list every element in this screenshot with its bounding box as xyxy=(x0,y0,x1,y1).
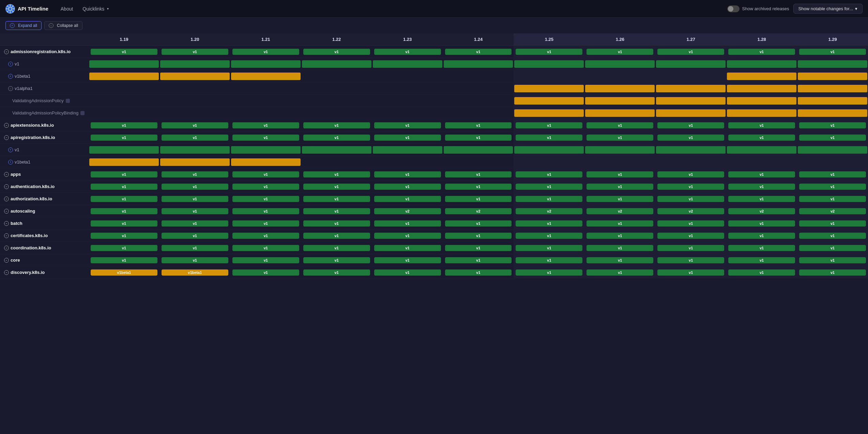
cell-batch-1-27: v1 xyxy=(655,217,726,230)
cell-apireg-1-21: v1 xyxy=(230,131,301,144)
cell-apireg-1-27: v1 xyxy=(655,131,726,144)
bar-admreg-v1-1-21 xyxy=(230,58,301,70)
sub-toggle-icon: + xyxy=(8,74,13,79)
bar-apireg-v1-1-19 xyxy=(89,144,159,156)
toggle-icon: − xyxy=(4,221,9,226)
row-validatingadmissionpolicy[interactable]: ValidatingAdmissionPolicy xyxy=(0,95,89,107)
bar-admreg-v1beta1-1-27 xyxy=(655,70,726,82)
quicklinks-dropdown[interactable]: Quicklinks ▾ xyxy=(78,4,113,14)
bar-vapb-1-28 xyxy=(726,107,797,119)
row-discovery[interactable]: − discovery.k8s.io xyxy=(0,266,89,279)
row-apps[interactable]: − apps xyxy=(0,168,89,181)
cell-apps-1-29: v1 xyxy=(797,168,868,181)
cell-batch-1-23: v1 xyxy=(372,217,443,230)
timeline-container[interactable]: 1.19 1.20 1.21 1.22 1.23 1.24 1.25 1.26 … xyxy=(0,33,868,434)
bar-admreg-v1beta1-1-25 xyxy=(514,70,584,82)
cell-admreg-1-23: v1 xyxy=(372,46,443,58)
cell-core-1-25: v1 xyxy=(514,254,584,266)
row-coordination[interactable]: − coordination.k8s.io xyxy=(0,242,89,254)
collapse-all-button[interactable]: ○ Collapse all xyxy=(44,21,82,30)
row-authorization[interactable]: − authorization.k8s.io xyxy=(0,193,89,205)
bar-vap-1-21 xyxy=(230,95,301,107)
cell-apireg-1-20: v1 xyxy=(159,131,230,144)
toggle-icon: − xyxy=(4,135,9,140)
sub-toggle-icon: + xyxy=(8,62,13,66)
expand-all-button[interactable]: + Expand all xyxy=(5,21,42,30)
row-certificates[interactable]: − certificates.k8s.io xyxy=(0,230,89,242)
about-link[interactable]: About xyxy=(57,4,77,14)
cell-batch-1-25: v1 xyxy=(514,217,584,230)
cell-apiext-1-19: v1 xyxy=(89,119,159,131)
cell-apps-1-25: v1 xyxy=(514,168,584,181)
cell-certs-1-19: v1 xyxy=(89,230,159,242)
bar-apireg-v1beta1-1-28 xyxy=(726,156,797,168)
row-batch[interactable]: − batch xyxy=(0,217,89,230)
row-admreg-v1beta1[interactable]: + v1beta1 xyxy=(0,70,89,82)
row-autoscaling[interactable]: − autoscaling xyxy=(0,205,89,217)
archived-toggle[interactable] xyxy=(727,5,740,12)
cell-coord-1-19: v1 xyxy=(89,242,159,254)
bar-apireg-v1beta1-1-20 xyxy=(159,156,230,168)
bar-apireg-v1beta1-1-26 xyxy=(584,156,655,168)
bar-apireg-v1beta1-1-22 xyxy=(301,156,372,168)
toggle-icon: − xyxy=(4,233,9,238)
bar-vap-1-26 xyxy=(584,95,655,107)
cell-apiext-1-27: v1 xyxy=(655,119,726,131)
bar-admreg-v1-1-24 xyxy=(443,58,514,70)
row-admreg-v1alpha1[interactable]: ○ v1alpha1 xyxy=(0,82,89,95)
bar-vap-1-22 xyxy=(301,95,372,107)
cell-apiext-1-28: v1 xyxy=(726,119,797,131)
cell-apps-1-19: v1 xyxy=(89,168,159,181)
row-apiextensions[interactable]: − apiextensions.k8s.io xyxy=(0,119,89,131)
cell-authz-1-19: v1 xyxy=(89,193,159,205)
row-apireg-v1beta1[interactable]: + v1beta1 xyxy=(0,156,89,168)
cell-apps-1-23: v1 xyxy=(372,168,443,181)
navbar-links: About Quicklinks ▾ xyxy=(57,4,113,14)
cell-coord-1-26: v1 xyxy=(584,242,655,254)
bar-apireg-v1beta1-1-21 xyxy=(230,156,301,168)
bar-apireg-v1-1-26 xyxy=(584,144,655,156)
row-apireg-v1[interactable]: + v1 xyxy=(0,144,89,156)
bar-admreg-v1-1-26 xyxy=(584,58,655,70)
bar-admreg-v1-1-29 xyxy=(797,58,868,70)
cell-auth-1-29: v1 xyxy=(797,181,868,193)
header-v1-19: 1.19 xyxy=(89,33,159,46)
cell-auth-1-20: v1 xyxy=(159,181,230,193)
cell-apiext-1-26: v1 xyxy=(584,119,655,131)
bar-v1alpha1-1-19 xyxy=(89,82,159,95)
cell-authz-1-28: v1 xyxy=(726,193,797,205)
notable-changes-button[interactable]: Show notable changes for... ▾ xyxy=(793,4,863,14)
toggle-icon: − xyxy=(4,270,9,275)
bar-vap-1-19 xyxy=(89,95,159,107)
cell-authz-1-22: v1 xyxy=(301,193,372,205)
cell-core-1-29: v1 xyxy=(797,254,868,266)
cell-auth-1-27: v1 xyxy=(655,181,726,193)
toggle-icon: − xyxy=(4,123,9,128)
app-title: API Timeline xyxy=(18,6,48,12)
row-core[interactable]: − core xyxy=(0,254,89,266)
row-admreg-v1[interactable]: + v1 xyxy=(0,58,89,70)
bar-admreg-v1-1-22 xyxy=(301,58,372,70)
row-authentication[interactable]: − authentication.k8s.io xyxy=(0,181,89,193)
cell-apireg-1-25: v1 xyxy=(514,131,584,144)
bar-v1alpha1-1-29 xyxy=(797,82,868,95)
cell-admreg-1-25: v1 xyxy=(514,46,584,58)
cell-apiext-1-21: v1 xyxy=(230,119,301,131)
cell-auth-1-23: v1 xyxy=(372,181,443,193)
cell-coord-1-23: v1 xyxy=(372,242,443,254)
cell-auth-1-19: v1 xyxy=(89,181,159,193)
row-validatingadmissionpolicybinding[interactable]: ValidatingAdmissionPolicyBinding xyxy=(0,107,89,119)
cell-as-1-28: v2 xyxy=(726,205,797,217)
expand-all-label: Expand all xyxy=(18,23,37,28)
header-label-col xyxy=(0,33,89,46)
row-admissionregistration[interactable]: − admissionregistration.k8s.io xyxy=(0,46,89,58)
bar-vapb-1-24 xyxy=(443,107,514,119)
bar-apireg-v1-1-22 xyxy=(301,144,372,156)
bar-v1alpha1-1-25 xyxy=(514,82,584,95)
row-apiregistration[interactable]: − apiregistration.k8s.io xyxy=(0,131,89,144)
bar-apireg-v1-1-24 xyxy=(443,144,514,156)
cell-apireg-1-22: v1 xyxy=(301,131,372,144)
cell-apps-1-26: v1 xyxy=(584,168,655,181)
cell-auth-1-28: v1 xyxy=(726,181,797,193)
bar-apireg-v1-1-28 xyxy=(726,144,797,156)
